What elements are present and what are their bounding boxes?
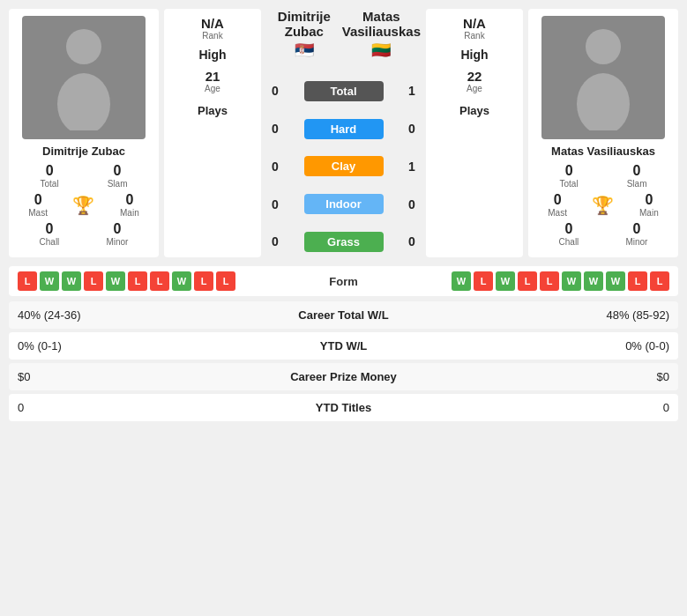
left-player-card: Dimitrije Zubac 0 Total 0 Slam 0 Mast (9, 9, 159, 257)
form-badge-w: W (62, 271, 81, 291)
left-form-badges: LWWLWLLWLL (18, 271, 235, 291)
right-player-stats: 0 Total 0 Slam 0 Mast 🏆 0 (535, 163, 671, 250)
left-flag: 🇷🇸 (266, 41, 342, 60)
form-badge-l: L (628, 271, 647, 291)
form-badge-l: L (18, 271, 37, 291)
main-container: Dimitrije Zubac 0 Total 0 Slam 0 Mast (0, 0, 687, 434)
stats-center-2: Career Prize Money (235, 370, 452, 383)
svg-point-0 (66, 29, 101, 64)
stats-center-1: YTD W/L (235, 339, 452, 353)
right-total: 0 Total (560, 163, 579, 189)
form-badge-l: L (540, 271, 559, 291)
left-minor: 0 Minor (106, 221, 128, 247)
indoor-right-count: 0 (403, 197, 421, 212)
right-middle-stats: N/A Rank High 22 Age Plays (426, 9, 523, 257)
left-plays-label: Plays (198, 104, 228, 117)
indoor-row: 0 Indoor 0 (266, 194, 421, 214)
right-slam: 0 Slam (627, 163, 647, 189)
right-header-block: MatasVasiliauskas 🇱🇹 (342, 9, 421, 62)
form-badge-l: L (216, 271, 235, 291)
stats-center-0: Career Total W/L (235, 308, 452, 322)
stats-left-2: $0 (18, 370, 235, 383)
left-trophy-icon: 🏆 (72, 195, 94, 216)
right-age-block: 22 Age (467, 69, 482, 93)
clay-right-count: 1 (403, 160, 421, 174)
left-age-block: 21 Age (205, 69, 220, 93)
left-high-label: High (198, 48, 226, 62)
stats-table: 40% (24-36) Career Total W/L 48% (85-92)… (9, 301, 678, 421)
left-player-name: Dimitrije Zubac (42, 145, 125, 158)
stats-right-1: 0% (0-0) (452, 339, 669, 353)
form-section: LWWLWLLWLL Form WLWLLWWWLL (9, 266, 678, 296)
left-chall: 0 Chall (40, 221, 60, 247)
grass-left-count: 0 (266, 234, 284, 249)
left-player-stats: 0 Total 0 Slam 0 Mast 🏆 0 (16, 163, 152, 250)
svg-point-1 (57, 73, 110, 130)
hard-right-count: 0 (403, 122, 421, 136)
form-badge-w: W (40, 271, 59, 291)
form-badge-l: L (474, 271, 493, 291)
clay-left-count: 0 (266, 160, 284, 174)
form-badge-l: L (84, 271, 103, 291)
hard-left-count: 0 (266, 122, 284, 136)
right-plays-label: Plays (459, 104, 489, 117)
stats-row-1: 0% (0-1) YTD W/L 0% (0-0) (9, 332, 678, 360)
right-stats-row3: 0 Chall 0 Minor (535, 221, 671, 247)
left-trophy-row: 0 Mast 🏆 0 Main (16, 192, 152, 218)
total-label: Total (304, 81, 384, 101)
left-slam: 0 Slam (108, 163, 128, 189)
player-names-header: DimitrijeZubac 🇷🇸 MatasVasiliauskas 🇱🇹 (266, 9, 421, 62)
form-badge-l: L (150, 271, 169, 291)
comparison-row: Dimitrije Zubac 0 Total 0 Slam 0 Mast (9, 9, 678, 257)
form-badge-w: W (606, 271, 625, 291)
total-row: 0 Total 1 (266, 81, 421, 101)
right-player-name: Matas Vasiliauskas (551, 145, 655, 158)
center-surface-area: DimitrijeZubac 🇷🇸 MatasVasiliauskas 🇱🇹 0… (266, 9, 421, 257)
right-chall: 0 Chall (559, 221, 579, 247)
stats-right-2: $0 (452, 370, 669, 383)
stats-left-3: 0 (18, 401, 235, 414)
grass-button[interactable]: Grass (304, 232, 384, 252)
grass-right-count: 0 (403, 234, 421, 249)
hard-button[interactable]: Hard (304, 119, 384, 139)
form-badge-w: W (562, 271, 581, 291)
stats-row-0: 40% (24-36) Career Total W/L 48% (85-92) (9, 301, 678, 329)
grass-row: 0 Grass 0 (266, 232, 421, 252)
left-middle-stats: N/A Rank High 21 Age Plays (164, 9, 261, 257)
form-badge-w: W (172, 271, 191, 291)
form-badge-w: W (496, 271, 515, 291)
stats-left-0: 40% (24-36) (18, 308, 235, 322)
right-header-name: MatasVasiliauskas (342, 9, 421, 39)
right-player-photo (541, 16, 665, 139)
left-header-block: DimitrijeZubac 🇷🇸 (266, 9, 342, 62)
stats-right-3: 0 (452, 401, 669, 414)
form-badge-l: L (128, 271, 147, 291)
left-stats-row3: 0 Chall 0 Minor (16, 221, 152, 247)
clay-button[interactable]: Clay (304, 156, 384, 176)
right-trophy-row: 0 Mast 🏆 0 Main (535, 192, 671, 218)
right-minor: 0 Minor (625, 221, 647, 247)
form-badge-w: W (584, 271, 603, 291)
form-badge-w: W (106, 271, 125, 291)
left-rank-block: N/A Rank (201, 16, 224, 41)
svg-point-2 (586, 29, 621, 64)
left-total-count: 0 (266, 84, 284, 98)
indoor-button[interactable]: Indoor (304, 194, 384, 214)
stats-row-3: 0 YTD Titles 0 (9, 394, 678, 421)
left-stats-row1: 0 Total 0 Slam (16, 163, 152, 189)
right-rank-block: N/A Rank (463, 16, 486, 41)
right-high-label: High (460, 48, 488, 62)
stats-row-2: $0 Career Prize Money $0 (9, 363, 678, 390)
right-form-badges: WLWLLWWWLL (452, 271, 669, 291)
form-badge-w: W (452, 271, 471, 291)
left-header-name: DimitrijeZubac (266, 9, 342, 39)
right-main: 0 Main (639, 192, 659, 218)
right-player-card: Matas Vasiliauskas 0 Total 0 Slam 0 Mas (528, 9, 678, 257)
right-stats-row1: 0 Total 0 Slam (535, 163, 671, 189)
stats-center-3: YTD Titles (235, 401, 452, 414)
left-main: 0 Main (120, 192, 139, 218)
right-mast: 0 Mast (548, 192, 567, 218)
right-flag: 🇱🇹 (342, 41, 421, 60)
stats-left-1: 0% (0-1) (18, 339, 235, 353)
clay-row: 0 Clay 1 (266, 156, 421, 176)
